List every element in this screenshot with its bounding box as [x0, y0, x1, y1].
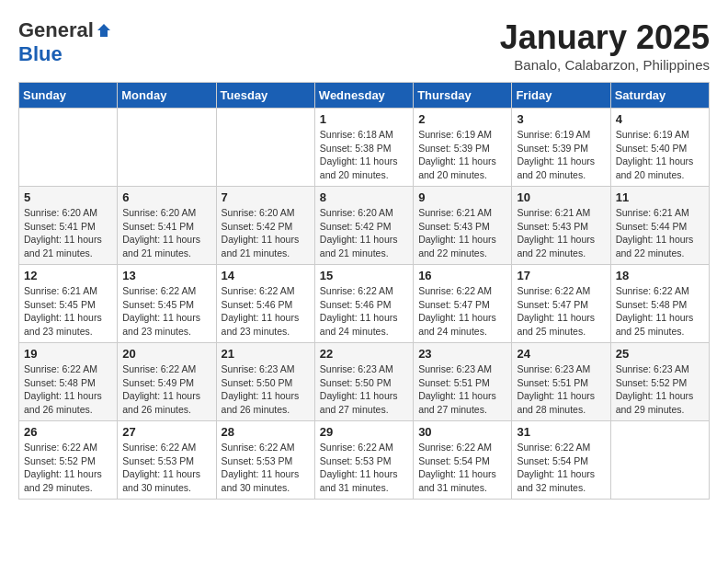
day-info: Sunrise: 6:22 AM Sunset: 5:45 PM Dayligh…	[122, 284, 210, 339]
day-number: 16	[418, 269, 506, 282]
calendar-cell	[610, 421, 709, 500]
calendar-cell: 19Sunrise: 6:22 AM Sunset: 5:48 PM Dayli…	[19, 343, 118, 421]
day-info: Sunrise: 6:22 AM Sunset: 5:47 PM Dayligh…	[517, 284, 605, 339]
weekday-header: Tuesday	[216, 83, 314, 109]
calendar-cell: 10Sunrise: 6:21 AM Sunset: 5:43 PM Dayli…	[512, 187, 610, 265]
day-info: Sunrise: 6:22 AM Sunset: 5:53 PM Dayligh…	[122, 441, 210, 495]
calendar-cell: 16Sunrise: 6:22 AM Sunset: 5:47 PM Dayli…	[414, 265, 512, 343]
calendar-cell: 8Sunrise: 6:20 AM Sunset: 5:42 PM Daylig…	[314, 187, 413, 265]
day-number: 29	[320, 425, 408, 439]
calendar-week-row: 19Sunrise: 6:22 AM Sunset: 5:48 PM Dayli…	[19, 343, 710, 421]
page-header: General Blue January 2025 Banalo, Calaba…	[18, 18, 710, 73]
calendar-cell: 9Sunrise: 6:21 AM Sunset: 5:43 PM Daylig…	[414, 187, 512, 265]
day-number: 3	[517, 112, 605, 126]
day-info: Sunrise: 6:22 AM Sunset: 5:46 PM Dayligh…	[222, 284, 310, 339]
calendar-cell: 15Sunrise: 6:22 AM Sunset: 5:46 PM Dayli…	[314, 265, 413, 343]
day-info: Sunrise: 6:23 AM Sunset: 5:51 PM Dayligh…	[517, 362, 605, 417]
day-info: Sunrise: 6:20 AM Sunset: 5:42 PM Dayligh…	[320, 206, 408, 260]
day-number: 25	[616, 347, 704, 361]
day-number: 9	[418, 190, 506, 204]
calendar-cell: 6Sunrise: 6:20 AM Sunset: 5:41 PM Daylig…	[118, 187, 216, 265]
calendar-cell	[19, 109, 118, 187]
calendar-cell: 11Sunrise: 6:21 AM Sunset: 5:44 PM Dayli…	[610, 187, 709, 265]
calendar-cell: 12Sunrise: 6:21 AM Sunset: 5:45 PM Dayli…	[19, 265, 118, 343]
day-number: 2	[418, 112, 506, 126]
calendar-cell: 4Sunrise: 6:19 AM Sunset: 5:40 PM Daylig…	[610, 109, 709, 187]
calendar-cell: 14Sunrise: 6:22 AM Sunset: 5:46 PM Dayli…	[216, 265, 314, 343]
day-number: 6	[122, 190, 210, 204]
day-number: 30	[418, 425, 506, 439]
day-info: Sunrise: 6:22 AM Sunset: 5:49 PM Dayligh…	[122, 362, 210, 417]
calendar-table: SundayMondayTuesdayWednesdayThursdayFrid…	[18, 82, 710, 500]
weekday-header: Sunday	[19, 83, 118, 109]
subtitle: Banalo, Calabarzon, Philippines	[500, 57, 710, 73]
day-number: 20	[122, 347, 210, 361]
calendar-week-row: 12Sunrise: 6:21 AM Sunset: 5:45 PM Dayli…	[19, 265, 710, 343]
weekday-header: Saturday	[610, 83, 709, 109]
day-info: Sunrise: 6:22 AM Sunset: 5:53 PM Dayligh…	[222, 441, 310, 495]
day-number: 26	[24, 425, 112, 439]
calendar-cell: 5Sunrise: 6:20 AM Sunset: 5:41 PM Daylig…	[19, 187, 118, 265]
day-number: 11	[616, 190, 704, 204]
day-info: Sunrise: 6:22 AM Sunset: 5:46 PM Dayligh…	[320, 284, 408, 339]
weekday-header: Friday	[512, 83, 610, 109]
day-info: Sunrise: 6:21 AM Sunset: 5:43 PM Dayligh…	[418, 206, 506, 260]
day-number: 28	[222, 425, 310, 439]
day-number: 15	[320, 269, 408, 282]
day-number: 5	[24, 190, 112, 204]
calendar-cell: 17Sunrise: 6:22 AM Sunset: 5:47 PM Dayli…	[512, 265, 610, 343]
calendar-cell: 20Sunrise: 6:22 AM Sunset: 5:49 PM Dayli…	[118, 343, 216, 421]
day-info: Sunrise: 6:22 AM Sunset: 5:53 PM Dayligh…	[320, 441, 408, 495]
month-title: January 2025	[500, 18, 710, 57]
weekday-header-row: SundayMondayTuesdayWednesdayThursdayFrid…	[19, 83, 710, 109]
calendar-cell: 7Sunrise: 6:20 AM Sunset: 5:42 PM Daylig…	[216, 187, 314, 265]
calendar-week-row: 26Sunrise: 6:22 AM Sunset: 5:52 PM Dayli…	[19, 421, 710, 500]
day-number: 31	[517, 425, 605, 439]
calendar-cell: 26Sunrise: 6:22 AM Sunset: 5:52 PM Dayli…	[19, 421, 118, 500]
logo-blue: Blue	[18, 42, 63, 66]
day-info: Sunrise: 6:20 AM Sunset: 5:41 PM Dayligh…	[122, 206, 210, 260]
day-info: Sunrise: 6:20 AM Sunset: 5:41 PM Dayligh…	[24, 206, 112, 260]
day-info: Sunrise: 6:19 AM Sunset: 5:40 PM Dayligh…	[616, 128, 704, 182]
calendar-cell: 21Sunrise: 6:23 AM Sunset: 5:50 PM Dayli…	[216, 343, 314, 421]
day-number: 14	[222, 269, 310, 282]
day-number: 1	[320, 112, 408, 126]
calendar-week-row: 5Sunrise: 6:20 AM Sunset: 5:41 PM Daylig…	[19, 187, 710, 265]
day-info: Sunrise: 6:19 AM Sunset: 5:39 PM Dayligh…	[418, 128, 506, 182]
day-number: 18	[616, 269, 704, 282]
day-number: 22	[320, 347, 408, 361]
day-info: Sunrise: 6:21 AM Sunset: 5:43 PM Dayligh…	[517, 206, 605, 260]
day-info: Sunrise: 6:23 AM Sunset: 5:50 PM Dayligh…	[320, 362, 408, 417]
calendar-cell	[118, 109, 216, 187]
day-number: 7	[222, 190, 310, 204]
day-number: 17	[517, 269, 605, 282]
title-block: January 2025 Banalo, Calabarzon, Philipp…	[500, 18, 710, 73]
day-number: 19	[24, 347, 112, 361]
day-info: Sunrise: 6:22 AM Sunset: 5:47 PM Dayligh…	[418, 284, 506, 339]
day-info: Sunrise: 6:21 AM Sunset: 5:45 PM Dayligh…	[24, 284, 112, 339]
calendar-page: General Blue January 2025 Banalo, Calaba…	[0, 0, 728, 509]
calendar-cell: 2Sunrise: 6:19 AM Sunset: 5:39 PM Daylig…	[414, 109, 512, 187]
calendar-cell: 29Sunrise: 6:22 AM Sunset: 5:53 PM Dayli…	[314, 421, 413, 500]
calendar-cell: 24Sunrise: 6:23 AM Sunset: 5:51 PM Dayli…	[512, 343, 610, 421]
day-number: 24	[517, 347, 605, 361]
day-info: Sunrise: 6:22 AM Sunset: 5:52 PM Dayligh…	[24, 441, 112, 495]
calendar-cell: 18Sunrise: 6:22 AM Sunset: 5:48 PM Dayli…	[610, 265, 709, 343]
day-number: 10	[517, 190, 605, 204]
logo: General Blue	[18, 18, 112, 66]
day-number: 8	[320, 190, 408, 204]
day-info: Sunrise: 6:20 AM Sunset: 5:42 PM Dayligh…	[222, 206, 310, 260]
day-info: Sunrise: 6:22 AM Sunset: 5:54 PM Dayligh…	[517, 441, 605, 495]
calendar-cell: 1Sunrise: 6:18 AM Sunset: 5:38 PM Daylig…	[314, 109, 413, 187]
day-info: Sunrise: 6:23 AM Sunset: 5:52 PM Dayligh…	[616, 362, 704, 417]
day-number: 21	[222, 347, 310, 361]
calendar-week-row: 1Sunrise: 6:18 AM Sunset: 5:38 PM Daylig…	[19, 109, 710, 187]
day-info: Sunrise: 6:23 AM Sunset: 5:51 PM Dayligh…	[418, 362, 506, 417]
weekday-header: Thursday	[414, 83, 512, 109]
day-number: 23	[418, 347, 506, 361]
day-info: Sunrise: 6:23 AM Sunset: 5:50 PM Dayligh…	[222, 362, 310, 417]
calendar-cell: 23Sunrise: 6:23 AM Sunset: 5:51 PM Dayli…	[414, 343, 512, 421]
day-info: Sunrise: 6:18 AM Sunset: 5:38 PM Dayligh…	[320, 128, 408, 182]
calendar-cell	[216, 109, 314, 187]
day-info: Sunrise: 6:22 AM Sunset: 5:48 PM Dayligh…	[616, 284, 704, 339]
